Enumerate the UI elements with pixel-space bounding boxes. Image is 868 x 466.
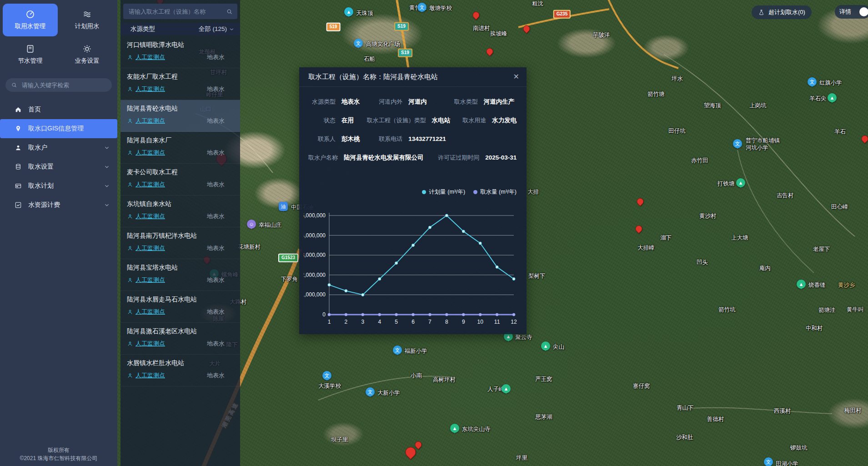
svg-text:4: 4 xyxy=(378,319,381,325)
road-badge: 519 xyxy=(326,23,341,31)
station-list-item[interactable]: 陆河县自来水厂人工监测点地表水 xyxy=(120,132,240,164)
sidebar-item-1[interactable]: 取水口GIS信息管理 xyxy=(0,119,117,138)
station-list-item[interactable]: 陆河县南万镇杞洋水电站人工监测点地表水 xyxy=(120,227,240,259)
manual-monitor-link[interactable]: 人工监测点 xyxy=(127,276,165,284)
map-marker-school[interactable]: 文 xyxy=(366,387,375,396)
plan-intake-chart: 01,000,0002,000,0003,000,0004,000,0005,0… xyxy=(304,197,522,334)
map-label: 梨树下 xyxy=(528,272,546,280)
map-marker-school[interactable]: 文 xyxy=(393,346,402,355)
map-marker-fuel[interactable]: 油 xyxy=(279,202,288,211)
sidebar-item-5[interactable]: 水资源计费 xyxy=(0,195,117,215)
station-list-item[interactable]: 陆河县激石溪老区水电站人工监测点地表水 xyxy=(120,323,240,355)
map-marker-green[interactable]: ▲ xyxy=(541,341,550,351)
sidebar-item-0[interactable]: 首页 xyxy=(0,100,117,119)
person-icon xyxy=(127,213,133,220)
sidebar-item-2[interactable]: 取水户 xyxy=(0,138,117,157)
info-pair: 许可证过期时间2025-03-31 xyxy=(438,154,517,162)
module-tile-2[interactable]: 节水管理 xyxy=(3,38,58,71)
map-marker-school[interactable]: 文 xyxy=(322,371,331,380)
station-list-item[interactable]: 陆河县水唇走马石水电站人工监测点地表水 xyxy=(120,291,240,323)
filter-dropdown[interactable]: 全部 (125) xyxy=(199,25,235,33)
map-label: 望海顶 xyxy=(704,102,721,110)
svg-text:6: 6 xyxy=(411,319,415,325)
manual-monitor-link[interactable]: 人工监测点 xyxy=(127,371,165,380)
field-value: 彭木桃 xyxy=(341,135,360,143)
field-label: 许可证过期时间 xyxy=(438,154,479,162)
detail-toggle[interactable]: 详情 xyxy=(835,5,868,19)
info-pair: 水源类型地表水 xyxy=(308,98,375,106)
map-marker-school[interactable]: 文 xyxy=(417,3,426,12)
map-marker-green[interactable]: ▲ xyxy=(502,384,511,393)
map-marker-peak[interactable]: ▲ xyxy=(344,7,353,16)
svg-text:9: 9 xyxy=(462,319,465,325)
map-label: 溜下 xyxy=(660,234,672,242)
overplan-intake-button[interactable]: 超计划取水(0) xyxy=(752,5,812,19)
sidebar-search-input[interactable] xyxy=(21,81,106,89)
station-search[interactable] xyxy=(123,4,237,19)
field-value: 水力发电 xyxy=(492,116,517,125)
map-marker-school[interactable]: 文 xyxy=(764,457,773,466)
station-list-item[interactable]: 友能水厂取水工程人工监测点地表水 xyxy=(120,68,240,100)
water-source-type: 地表水 xyxy=(207,212,225,220)
map-label: 锣鼓坑 xyxy=(790,444,808,452)
map-label: 老屋下 xyxy=(813,246,830,253)
field-label: 取水类型 xyxy=(451,98,478,106)
station-name: 河口镇唱歌潭水电站 xyxy=(127,41,234,49)
station-list-item[interactable]: 东坑镇自来水站人工监测点地表水 xyxy=(120,195,240,227)
map-marker-villa[interactable]: ☺ xyxy=(247,220,256,229)
map-label: 青山下 xyxy=(677,404,694,412)
manual-monitor-link[interactable]: 人工监测点 xyxy=(127,85,165,93)
manual-monitor-link[interactable]: 人工监测点 xyxy=(127,212,165,220)
flask-icon xyxy=(758,9,765,16)
road-badge: G235 xyxy=(553,10,571,19)
map-marker-green[interactable]: ▲ xyxy=(797,280,806,289)
sidebar-item-3[interactable]: 取水设置 xyxy=(0,157,117,176)
station-name: 东坑镇自来水站 xyxy=(127,200,234,208)
module-tile-3[interactable]: 业务设置 xyxy=(60,38,115,71)
field-value: 河道内 xyxy=(408,98,427,106)
manual-monitor-link[interactable]: 人工监测点 xyxy=(127,244,165,252)
manual-monitor-link[interactable]: 人工监测点 xyxy=(127,117,165,125)
manual-monitor-link[interactable]: 人工监测点 xyxy=(127,340,165,348)
station-list-item[interactable]: 麦卡公司取水工程人工监测点地表水 xyxy=(120,164,240,195)
station-name: 麦卡公司取水工程 xyxy=(127,168,234,176)
station-list-item[interactable]: 河口镇唱歌潭水电站人工监测点地表水 xyxy=(120,36,240,68)
map-label: 上岗坑 xyxy=(749,102,767,110)
manual-monitor-link[interactable]: 人工监测点 xyxy=(127,53,165,61)
manual-monitor-link[interactable]: 人工监测点 xyxy=(127,180,165,189)
sidebar-item-4[interactable]: 取水计划 xyxy=(0,176,117,195)
search-icon[interactable] xyxy=(226,8,233,15)
map-label: 大排 xyxy=(527,188,539,196)
map-marker-school[interactable]: 文 xyxy=(808,77,817,86)
module-tile-0[interactable]: 取用水管理 xyxy=(3,4,58,36)
legend-dot-icon xyxy=(473,190,477,194)
sidebar-search[interactable] xyxy=(5,78,112,92)
station-list-item[interactable]: 水唇镇水栏肚水电站人工监测点地表水 xyxy=(120,355,240,386)
close-icon[interactable]: ✕ xyxy=(513,73,519,80)
info-pair: 取水户名称陆河县青砼水电发展有限公司 xyxy=(308,154,438,162)
map-marker-green[interactable]: ▲ xyxy=(828,93,837,102)
person-icon xyxy=(127,372,133,379)
person-icon xyxy=(127,54,133,60)
station-list-item[interactable]: 陆河县宝塔水电站人工监测点地表水 xyxy=(120,259,240,291)
db-icon xyxy=(15,163,22,170)
svg-text:11: 11 xyxy=(494,319,500,325)
map-label: 普宁市船埔镇 河坑小学 xyxy=(746,137,780,151)
map-marker-school[interactable]: 文 xyxy=(733,139,742,148)
manual-monitor-link[interactable]: 人工监测点 xyxy=(127,149,165,157)
toggle-knob[interactable] xyxy=(859,7,868,16)
chevron-down-icon xyxy=(104,202,110,208)
map-marker-green[interactable]: ▲ xyxy=(450,424,459,433)
water-source-type: 地表水 xyxy=(207,117,225,125)
station-search-input[interactable] xyxy=(128,8,222,15)
map-label: 沙和肚 xyxy=(676,434,693,441)
sidebar-item-label: 取水设置 xyxy=(28,163,54,171)
map-marker-green[interactable]: ▲ xyxy=(736,178,745,187)
station-list-item[interactable]: 陆河县青砼水电站人工监测点地表水 xyxy=(120,100,240,132)
map-label: 石船 xyxy=(364,55,375,63)
filter-value: 全部 (125) xyxy=(199,25,227,33)
module-tile-1[interactable]: 计划用水 xyxy=(60,4,115,36)
manual-monitor-link[interactable]: 人工监测点 xyxy=(127,308,165,316)
map-marker-school[interactable]: 文 xyxy=(354,39,363,48)
waves-icon xyxy=(82,10,92,19)
